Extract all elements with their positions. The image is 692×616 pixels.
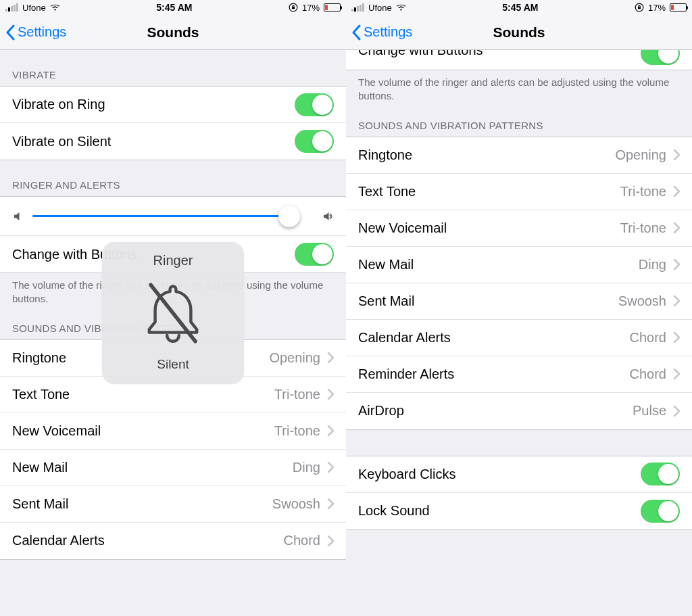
row-new-mail[interactable]: New MailDing [346, 247, 692, 283]
switch-vibrate-on-ring[interactable] [295, 93, 334, 116]
row-airdrop[interactable]: AirDropPulse [346, 393, 692, 429]
row-value: Swoosh [618, 293, 666, 309]
left-screenshot: Ufone 5:45 AM 17% Settings Sounds VIBRAT… [0, 0, 346, 616]
row-label: New Mail [358, 257, 639, 273]
chevron-right-icon [673, 149, 680, 160]
right-screenshot: Ufone 5:45 AM 17% Settings Sounds Change… [346, 0, 692, 616]
row-label: Vibrate on Silent [12, 134, 295, 149]
row-value: Ding [639, 257, 666, 273]
row-value: Ding [293, 460, 320, 475]
row-ringtone[interactable]: RingtoneOpening [346, 137, 692, 174]
row-new-voicemail[interactable]: New VoicemailTri-tone [346, 210, 692, 247]
status-time: 5:45 AM [156, 2, 192, 13]
status-bar: Ufone 5:45 AM 17% [0, 0, 346, 15]
row-label: New Voicemail [12, 423, 274, 439]
row-label: Vibrate on Ring [12, 97, 295, 112]
battery-icon [670, 3, 687, 11]
back-button[interactable]: Settings [351, 24, 412, 41]
row-new-voicemail[interactable]: New VoicemailTri-tone [0, 413, 346, 450]
row-value: Opening [269, 350, 320, 366]
status-bar: Ufone 5:45 AM 17% [346, 0, 692, 15]
row-new-mail[interactable]: New MailDing [0, 450, 346, 486]
row-lock-sound[interactable]: Lock Sound [346, 493, 692, 529]
chevron-right-icon [327, 462, 334, 473]
row-value: Pulse [633, 403, 666, 419]
rotation-lock-icon [289, 3, 298, 12]
speaker-high-icon [322, 210, 334, 222]
row-label: Change with Buttons [358, 50, 680, 58]
ringer-silent-hud: Ringer Silent [102, 242, 244, 384]
page-title: Sounds [493, 24, 545, 41]
page-title: Sounds [147, 24, 199, 41]
row-label: Ringtone [358, 147, 615, 163]
signal-icon [351, 3, 364, 11]
status-time: 5:45 AM [502, 2, 538, 13]
row-keyboard-clicks[interactable]: Keyboard Clicks [346, 456, 692, 493]
row-text-tone[interactable]: Text ToneTri-tone [346, 174, 692, 210]
battery-pct: 17% [302, 3, 320, 13]
battery-icon [324, 3, 341, 11]
row-value: Tri-tone [620, 184, 666, 199]
footer-note-volume: The volume of the ringer and alerts can … [346, 70, 692, 108]
back-button[interactable]: Settings [5, 24, 66, 41]
navbar: Settings Sounds [0, 15, 346, 50]
chevron-right-icon [673, 406, 680, 417]
chevron-left-icon [5, 24, 15, 41]
row-label: Text Tone [12, 387, 274, 402]
chevron-left-icon [351, 24, 361, 41]
row-label: Calendar Alerts [12, 533, 284, 548]
back-label: Settings [364, 24, 412, 40]
switch-vibrate-on-silent[interactable] [295, 130, 334, 153]
row-vibrate-on-ring[interactable]: Vibrate on Ring [0, 87, 346, 123]
row-label: AirDrop [358, 403, 633, 419]
row-sent-mail[interactable]: Sent MailSwoosh [346, 283, 692, 320]
row-calendar-alerts[interactable]: Calendar AlertsChord [0, 523, 346, 559]
row-reminder-alerts[interactable]: Reminder AlertsChord [346, 356, 692, 393]
signal-icon [5, 3, 18, 11]
section-header-ringer: RINGER AND ALERTS [0, 160, 346, 196]
chevron-right-icon [673, 222, 680, 233]
row-sent-mail[interactable]: Sent MailSwoosh [0, 486, 346, 523]
chevron-right-icon [327, 425, 334, 436]
row-label: Sent Mail [358, 293, 618, 309]
chevron-right-icon [673, 369, 680, 379]
section-header-vibrate: VIBRATE [0, 50, 346, 86]
row-calendar-alerts[interactable]: Calendar AlertsChord [346, 320, 692, 356]
row-value: Tri-tone [620, 220, 666, 236]
chevron-right-icon [327, 498, 334, 509]
hud-title: Ringer [153, 253, 193, 268]
row-value: Chord [284, 533, 320, 548]
chevron-right-icon [673, 332, 680, 343]
chevron-right-icon [327, 536, 334, 546]
switch-lock-sound[interactable] [641, 500, 680, 523]
row-label: Text Tone [358, 184, 620, 199]
battery-pct: 17% [648, 3, 666, 13]
row-value: Chord [630, 366, 666, 382]
switch-keyboard-clicks[interactable] [641, 463, 680, 485]
row-label: Keyboard Clicks [358, 467, 641, 482]
row-label: New Voicemail [358, 220, 620, 236]
slider-thumb[interactable] [278, 206, 300, 227]
chevron-right-icon [673, 295, 680, 306]
hud-subtitle: Silent [157, 357, 189, 372]
row-value: Tri-tone [274, 423, 320, 439]
wifi-icon [50, 3, 60, 11]
row-vibrate-on-silent[interactable]: Vibrate on Silent [0, 123, 346, 160]
row-value: Tri-tone [274, 387, 320, 402]
chevron-right-icon [673, 186, 680, 197]
switch-change-with-buttons[interactable] [641, 50, 680, 65]
carrier-name: Ufone [368, 3, 392, 13]
navbar: Settings Sounds [346, 15, 692, 50]
chevron-right-icon [327, 352, 334, 363]
speaker-low-icon [12, 210, 24, 222]
row-value: Chord [630, 330, 666, 346]
row-label: New Mail [12, 460, 293, 475]
carrier-name: Ufone [22, 3, 46, 13]
back-label: Settings [18, 24, 66, 40]
wifi-icon [396, 3, 406, 11]
row-label: Calendar Alerts [358, 330, 630, 346]
volume-slider[interactable] [32, 215, 289, 217]
row-volume-slider[interactable] [0, 197, 346, 236]
row-value: Swoosh [272, 496, 320, 512]
switch-change-with-buttons[interactable] [295, 243, 334, 266]
